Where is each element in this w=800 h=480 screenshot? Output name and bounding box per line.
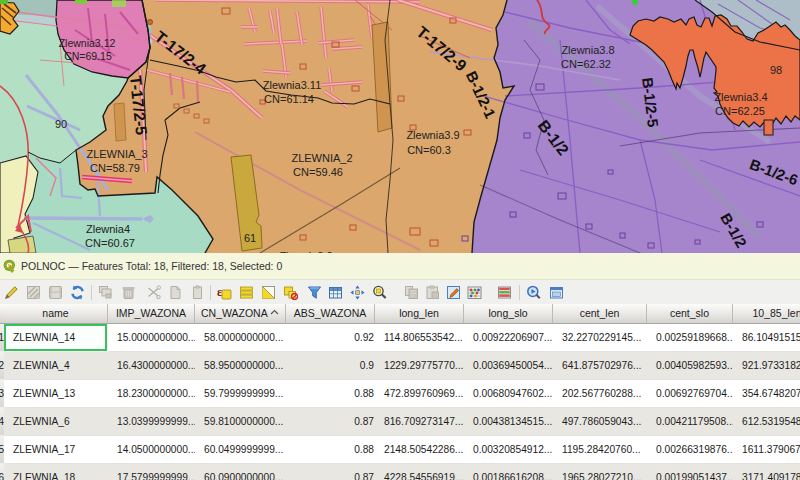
svg-text:Zlewnia3.4: Zlewnia3.4 <box>714 91 767 103</box>
svg-text:CN=62.25: CN=62.25 <box>715 105 765 117</box>
svg-text:CN=62.32: CN=62.32 <box>561 58 611 70</box>
svg-text:CN=58.79: CN=58.79 <box>90 162 140 174</box>
svg-text:ZLEWNIA_2: ZLEWNIA_2 <box>291 152 352 164</box>
svg-text:CN=60.67: CN=60.67 <box>85 237 135 249</box>
svg-text:CN=61.14: CN=61.14 <box>264 93 314 105</box>
svg-text:CN=59.46: CN=59.46 <box>293 166 343 178</box>
svg-text:61: 61 <box>244 232 256 244</box>
svg-text:Zlewnia4: Zlewnia4 <box>86 223 130 235</box>
svg-text:ZLEWNIA_3: ZLEWNIA_3 <box>86 148 147 160</box>
svg-text:CN=60.3: CN=60.3 <box>407 144 451 156</box>
svg-text:Zlewnia3.12: Zlewnia3.12 <box>59 37 116 49</box>
svg-text:Zlewnia3.11: Zlewnia3.11 <box>263 79 322 91</box>
svg-text:90: 90 <box>55 118 67 130</box>
svg-text:ε: ε <box>217 285 222 299</box>
svg-text:CN=69.15: CN=69.15 <box>64 50 112 62</box>
svg-text:Zlewnia3.8: Zlewnia3.8 <box>561 44 614 56</box>
svg-text:Zlewnia3.9: Zlewnia3.9 <box>406 129 459 141</box>
svg-text:98: 98 <box>770 64 782 76</box>
